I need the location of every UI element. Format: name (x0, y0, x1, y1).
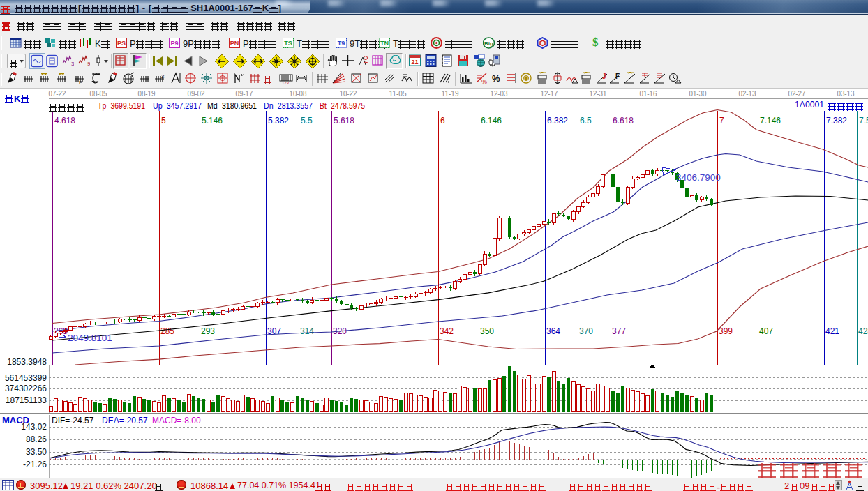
svg-text:5.146: 5.146 (202, 116, 223, 126)
svg-text:P9: P9 (170, 40, 178, 47)
svg-text:10-08: 10-08 (290, 89, 307, 98)
svg-text:374302266: 374302266 (5, 384, 47, 393)
svg-text:143.02: 143.02 (21, 422, 47, 432)
svg-text:6.5: 6.5 (580, 116, 592, 126)
svg-text:399: 399 (719, 326, 733, 336)
svg-text:TS: TS (284, 40, 292, 47)
svg-text:02-13: 02-13 (739, 89, 756, 98)
svg-text:J: J (602, 73, 606, 80)
svg-text:01-30: 01-30 (689, 89, 707, 98)
svg-text:T9: T9 (338, 40, 345, 47)
svg-text:11-05: 11-05 (389, 89, 407, 98)
svg-text:03-13: 03-13 (837, 89, 855, 98)
svg-text:6: 6 (440, 116, 445, 126)
svg-text:01-16: 01-16 (640, 89, 657, 98)
svg-text:DIF=-24.57: DIF=-24.57 (52, 416, 94, 425)
svg-text:Tp=3699.5191: Tp=3699.5191 (98, 101, 145, 111)
svg-text:561453399: 561453399 (5, 373, 47, 383)
svg-text:285: 285 (160, 326, 174, 336)
svg-text:187151133: 187151133 (6, 395, 47, 405)
svg-text:88.26: 88.26 (26, 435, 47, 444)
svg-text:MACD=-8.00: MACD=-8.00 (152, 416, 201, 425)
svg-text:4.618: 4.618 (54, 116, 75, 126)
svg-text:7.382: 7.382 (826, 116, 847, 126)
svg-text:09-17: 09-17 (236, 89, 253, 98)
svg-text:293: 293 (201, 326, 215, 336)
svg-text:11-19: 11-19 (442, 89, 459, 98)
svg-text:123: 123 (282, 81, 290, 85)
svg-text:12-17: 12-17 (541, 89, 558, 98)
svg-text:%: % (481, 78, 487, 85)
svg-text:7: 7 (719, 116, 724, 126)
svg-text:6.382: 6.382 (547, 116, 568, 126)
svg-text:1853.3948: 1853.3948 (7, 357, 47, 367)
svg-text:2: 2 (161, 73, 165, 80)
svg-text:370: 370 (579, 326, 593, 336)
svg-text:12-31: 12-31 (590, 89, 607, 98)
svg-text:F: F (79, 80, 82, 85)
svg-text:314: 314 (300, 326, 314, 336)
svg-text:Md=3180.9651: Md=3180.9651 (207, 101, 257, 111)
svg-text:10-22: 10-22 (340, 89, 357, 98)
svg-text:342: 342 (440, 326, 454, 336)
svg-text:6.618: 6.618 (613, 116, 634, 126)
svg-text:7.146: 7.146 (760, 116, 781, 126)
svg-text:TN: TN (380, 40, 389, 47)
svg-text:3406.7900: 3406.7900 (676, 172, 721, 183)
svg-text:3: 3 (71, 61, 74, 67)
svg-text:5: 5 (161, 116, 166, 126)
svg-text:5.5: 5.5 (301, 116, 313, 126)
svg-text:09-02: 09-02 (188, 89, 205, 98)
svg-text:9: 9 (87, 61, 90, 67)
svg-text:08-19: 08-19 (138, 89, 156, 98)
svg-text:PN: PN (230, 40, 239, 47)
svg-text:Up=3457.2917: Up=3457.2917 (153, 101, 202, 111)
svg-text:6.146: 6.146 (481, 116, 502, 126)
svg-text:08-05: 08-05 (90, 89, 107, 98)
svg-text:5.382: 5.382 (268, 116, 289, 126)
svg-text:-21.26: -21.26 (23, 460, 47, 469)
svg-text:5.618: 5.618 (334, 116, 354, 126)
svg-text:02-27: 02-27 (788, 89, 806, 98)
svg-text:07-22: 07-22 (49, 89, 66, 98)
svg-text:PS: PS (117, 40, 126, 47)
svg-text:Big: Big (484, 40, 493, 47)
svg-text:21: 21 (411, 59, 418, 66)
svg-text:377: 377 (612, 326, 626, 336)
svg-text:DEA=-20.57: DEA=-20.57 (102, 416, 148, 425)
svg-text:Dn=2813.3557: Dn=2813.3557 (264, 101, 313, 111)
svg-text:421: 421 (825, 326, 839, 336)
svg-text:12-03: 12-03 (491, 89, 508, 98)
svg-text:7.5: 7.5 (859, 116, 868, 126)
svg-text:364: 364 (546, 326, 560, 336)
svg-text:33.50: 33.50 (26, 447, 47, 457)
svg-text:F: F (615, 73, 620, 80)
svg-text:Bt=2478.5975: Bt=2478.5975 (320, 101, 365, 111)
svg-text:2049.8101: 2049.8101 (68, 333, 112, 343)
svg-text:350: 350 (480, 326, 494, 336)
svg-text:1A0001: 1A0001 (795, 99, 824, 109)
svg-text:407: 407 (759, 326, 773, 336)
svg-text:428: 428 (858, 326, 868, 336)
